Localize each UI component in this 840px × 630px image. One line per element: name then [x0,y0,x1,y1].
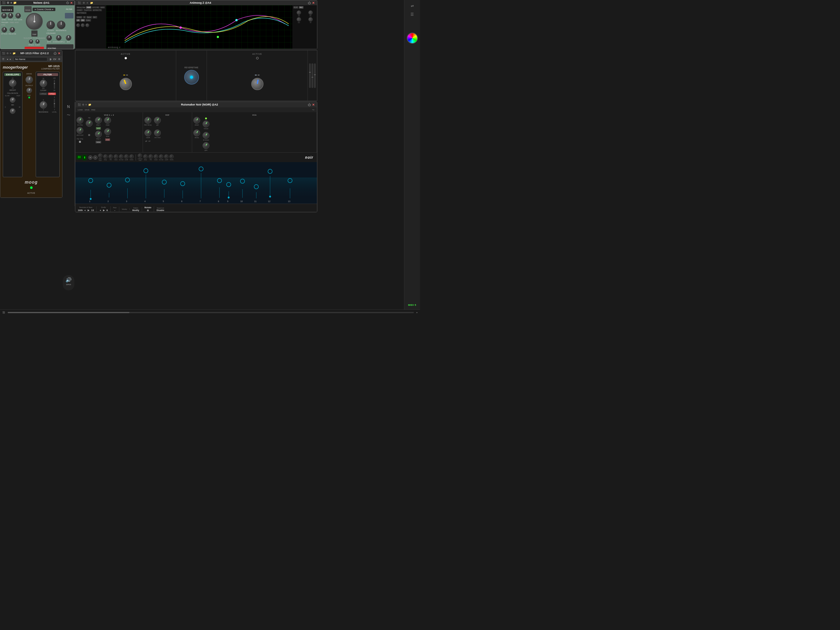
noises-power-icon[interactable]: ⏻ [66,1,69,4]
bank-prev[interactable]: ◂ [35,8,36,11]
shuffle-play-button[interactable]: ▶ [103,209,106,212]
animoog-r-knob-4[interactable] [308,17,313,22]
level-knob-noir[interactable] [104,128,111,135]
attack-knob[interactable] [2,27,7,33]
mf101-power-icon[interactable]: ⏻ [54,52,57,55]
progress-bar[interactable] [8,312,414,313]
animoog-menu-orbit[interactable]: ORBIT [76,9,83,11]
sidebar-icon-2[interactable]: 〜 [66,112,71,119]
solo-button[interactable]: S [93,155,98,160]
animoog-r-knob-3[interactable] [297,17,301,22]
noir-rnd-label[interactable]: RND [91,109,95,111]
mute-button[interactable]: M [88,155,93,160]
animoog-power-icon[interactable]: ⏻ [308,1,311,5]
settings-icon[interactable]: ⚙ [58,58,60,60]
bit-driver-knob[interactable] [203,132,209,139]
fuzzy-knob[interactable] [35,40,39,44]
fm-knob[interactable] [86,120,93,127]
decay-knob-noir[interactable] [193,130,200,136]
level-knob[interactable] [1,13,7,19]
filter-decay-knob[interactable] [145,117,151,123]
hamburger-icon[interactable]: ☰ [2,58,4,60]
noir-load-label[interactable]: LOAD [78,109,83,111]
bottom-left-icon[interactable]: ⬛ [2,311,5,314]
right-panel-icon-2[interactable]: ☰ [409,11,415,18]
resonance-knob[interactable] [57,21,65,29]
resonance-knob-mf[interactable] [39,101,47,109]
nav-next-button[interactable]: ▸ [9,57,12,61]
sidebar-icon-1[interactable]: N [66,104,70,109]
mix-knob[interactable] [66,35,71,41]
seq-fm-knob[interactable] [109,154,113,159]
right-panel-icon-1[interactable]: ⇌ [409,2,415,9]
noir-close-button[interactable]: ✕ [312,103,314,106]
f-boost-knob[interactable] [203,120,209,127]
animoog-menu-midi[interactable]: MIDI [100,6,105,9]
gain-knob[interactable] [203,142,209,149]
animoog-r-knob-1[interactable] [297,11,301,15]
half-moon-icon[interactable]: ◑ [49,58,51,60]
fx-big-knob-2[interactable] [251,78,264,90]
fx-slider-r1[interactable] [309,63,311,88]
animoog-menu-settings[interactable]: SETTINGS [76,12,87,14]
seq-levels-knob[interactable] [129,154,134,159]
vco-freq-knob[interactable] [77,117,83,123]
animoog-knob-1[interactable] [76,24,80,27]
animoog-menu-effects[interactable]: EFFECTS [92,9,102,11]
drop1-knob[interactable] [95,117,102,123]
seq-noise2-knob[interactable] [154,154,158,159]
seq-cutoff2-knob[interactable] [164,154,169,159]
seq-drop-knob[interactable] [103,154,107,159]
release-knob[interactable] [9,27,15,33]
seq-drop2-knob[interactable] [143,154,148,159]
animoog-close-button[interactable]: ✕ [312,1,314,5]
speed-knob[interactable] [29,40,33,44]
shuffle-prev-button[interactable]: ◂ [99,209,101,212]
seq-vcobal-knob[interactable] [119,154,123,159]
seq-noise-knob[interactable] [114,154,118,159]
bits-knob[interactable] [46,35,52,41]
drive-knob[interactable] [25,76,33,83]
fx-reverb-knob[interactable] [184,70,199,85]
animoog-knob-2[interactable] [81,24,85,27]
seq-vel-mod-knob[interactable] [138,154,142,158]
seq-pitch-mod-knob[interactable] [98,154,103,158]
resolution-play-button[interactable]: ▶ [87,209,90,212]
noises-close-button[interactable]: ✕ [70,1,73,5]
seq-fm2-knob[interactable] [148,154,153,159]
cutoff-knob-noir[interactable] [145,130,151,136]
slope-knob[interactable] [104,117,111,123]
preset-name-field[interactable]: No Name [14,57,47,61]
bank-next[interactable]: ▸ [52,8,54,11]
cutoff-knob[interactable] [46,21,55,29]
seq-levels2-knob[interactable] [169,154,174,159]
pitch-mod-knob[interactable] [77,127,83,134]
resolution-prev-button[interactable]: ◂ [84,209,86,212]
pitch-knob[interactable] [8,13,13,19]
amount-knob[interactable] [9,79,16,87]
animoog-r-knob-2[interactable] [308,11,313,15]
seq-vcobal2-knob[interactable] [159,154,163,159]
drop2-knob[interactable] [95,131,102,138]
main-knob[interactable] [26,13,43,30]
fx-active-toggle-1[interactable] [125,57,127,59]
fx-slider-r2[interactable] [311,63,313,88]
seq-cutoff-knob[interactable] [124,154,128,159]
animoog-menu-thatch[interactable]: THATCH [83,9,92,11]
mf101-close-button[interactable]: ✕ [58,52,60,55]
downsample-knob[interactable] [56,35,62,41]
fx-active-toggle-2[interactable] [256,57,259,59]
attack-knob-noir[interactable] [193,117,200,123]
mix-knob-mf[interactable] [10,108,15,114]
out-gain-knob[interactable] [15,13,21,19]
follow-rate-knob[interactable] [10,97,15,103]
animoog-knob-3[interactable] [85,24,89,27]
2pole-button[interactable]: 2-POLE [39,93,47,95]
animoog-menu-moog-use[interactable]: Moog Use [76,6,86,9]
noir-save-label[interactable]: SAVE [85,109,90,111]
env-mod-knob[interactable] [154,130,161,136]
animoog-menu-amp[interactable]: AMP [86,6,91,9]
output-knob[interactable] [27,88,32,93]
nav-prev-button[interactable]: ◂ [6,57,9,61]
cutoff-knob-mf[interactable] [39,80,47,87]
